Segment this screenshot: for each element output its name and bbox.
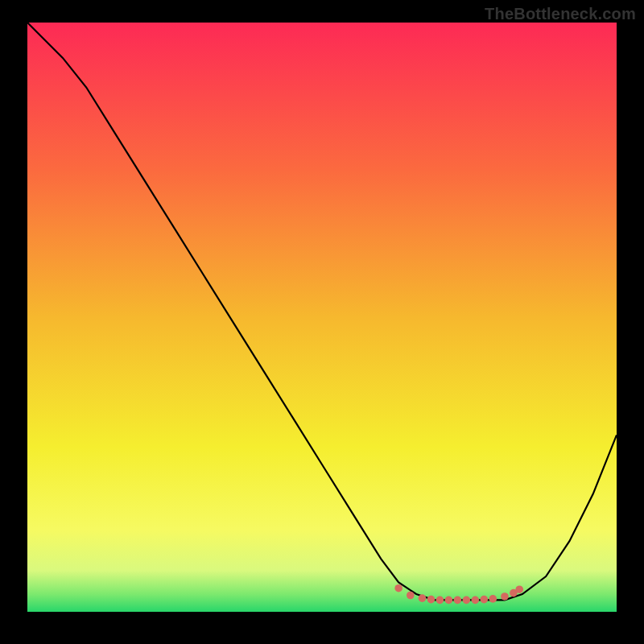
marker-dot — [501, 592, 509, 601]
marker-dot — [445, 597, 453, 605]
marker-dot — [394, 584, 402, 592]
marker-dot — [454, 597, 462, 605]
chart-container — [27, 23, 617, 612]
marker-dot — [463, 597, 471, 605]
marker-dot — [427, 596, 436, 604]
chart-svg — [27, 23, 617, 612]
marker-dot — [515, 585, 523, 593]
marker-dot — [419, 594, 427, 602]
marker-dot — [481, 596, 489, 604]
marker-dot — [472, 597, 480, 605]
marker-dot — [489, 595, 497, 603]
watermark-text: TheBottleneck.com — [485, 5, 636, 23]
marker-dot — [436, 597, 444, 605]
plot-background — [27, 23, 617, 612]
marker-dot — [407, 592, 415, 600]
